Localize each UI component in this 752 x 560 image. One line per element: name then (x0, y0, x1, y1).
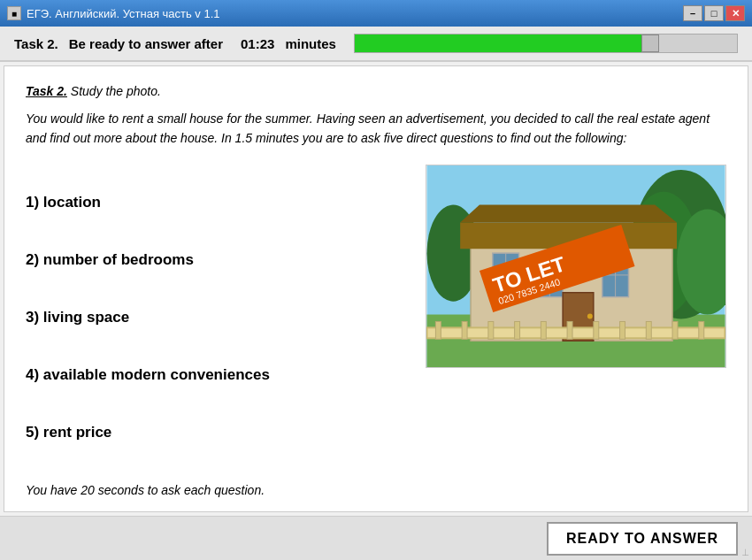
svg-rect-27 (567, 321, 572, 339)
svg-rect-24 (488, 321, 494, 339)
svg-point-20 (587, 313, 593, 318)
title-bar-left: ■ ЕГЭ. Английский. Устная часть v 1.1 (7, 6, 220, 20)
svg-rect-26 (541, 321, 546, 339)
bottom-bar: READY TO ANSWER ⟂ (0, 516, 752, 560)
ready-to-answer-button[interactable]: READY TO ANSWER (547, 522, 738, 556)
task-number-label: Task 2. (14, 36, 58, 51)
progress-container (354, 34, 738, 53)
resize-handle: ⟂ (742, 546, 748, 558)
question-item: 3) living space (26, 307, 408, 328)
title-bar: ■ ЕГЭ. Английский. Устная часть v 1.1 – … (0, 0, 752, 27)
svg-rect-21 (426, 327, 725, 338)
svg-rect-32 (699, 321, 704, 339)
task-timer: 01:23 (241, 36, 274, 51)
task-unit-label: minutes (285, 36, 336, 51)
question-item: 4) available modern conveniences (26, 364, 408, 386)
maximize-button[interactable]: □ (704, 5, 724, 21)
svg-rect-29 (620, 321, 625, 339)
question-item: 1) location (26, 192, 408, 213)
task-description-label: Be ready to answer after (69, 36, 223, 51)
svg-rect-30 (646, 321, 651, 339)
note-text: You have 20 seconds to ask each question… (26, 483, 726, 497)
main-content: Task 2. Study the photo. You would like … (4, 65, 748, 512)
content-area: 1) location2) number of bedrooms3) livin… (26, 165, 726, 471)
svg-rect-22 (435, 321, 441, 339)
task-heading: Task 2. Study the photo. (26, 84, 726, 98)
task-description: You would like to rent a small house for… (26, 109, 726, 149)
questions-list: 1) location2) number of bedrooms3) livin… (26, 165, 408, 471)
heading-bold: Task 2. (26, 84, 67, 98)
minimize-button[interactable]: – (683, 5, 702, 21)
svg-rect-28 (594, 321, 599, 339)
svg-rect-25 (515, 321, 520, 339)
window-controls: – □ ✕ (683, 5, 745, 21)
window-title: ЕГЭ. Английский. Устная часть v 1.1 (27, 7, 220, 20)
svg-rect-23 (462, 321, 467, 339)
app-icon: ■ (7, 6, 21, 20)
house-image: TO LET 020 7835 2440 (426, 165, 726, 368)
question-item: 5) rent price (26, 422, 408, 443)
svg-marker-9 (460, 204, 677, 222)
progress-bar (355, 35, 641, 52)
task-bar: Task 2. Be ready to answer after 01:23 m… (0, 27, 752, 62)
progress-thumb (641, 35, 659, 52)
svg-rect-31 (672, 321, 678, 339)
heading-normal: Study the photo. (71, 84, 161, 98)
close-button[interactable]: ✕ (725, 5, 745, 21)
question-item: 2) number of bedrooms (26, 249, 408, 271)
